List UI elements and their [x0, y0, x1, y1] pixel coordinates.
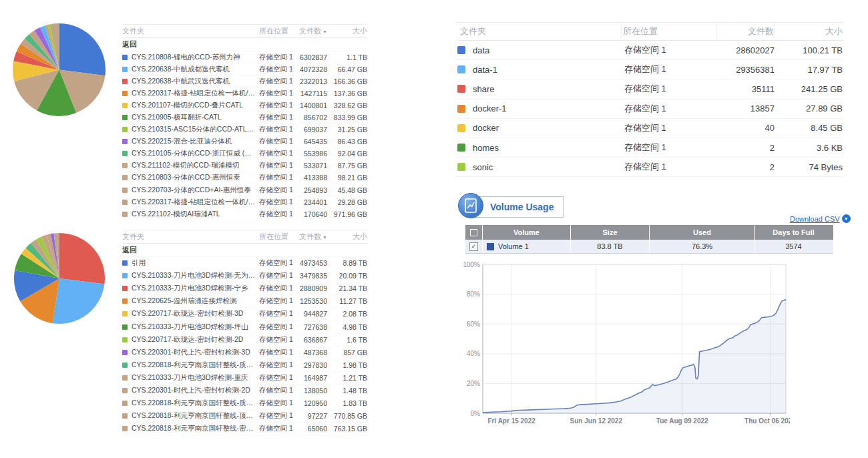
folder-row[interactable]: CYS.220818-利元亨南京国轩整线-顶盖激光焊接-... 存储空间 1 9… [122, 410, 367, 423]
folder-file-count: 1253530 [298, 297, 327, 305]
folder-name: data-1 [471, 65, 623, 75]
folder-row[interactable]: data-1 存储空间 1 29356381 17.97 TB [456, 60, 843, 79]
header-file-count[interactable]: 文件数 [716, 23, 774, 40]
folder-row[interactable]: CYS.220317-格捷-钻咀定位检一体机/定位 存储空间 1 234401 … [122, 196, 367, 208]
y-tick-label: 40% [467, 350, 480, 357]
folder-row[interactable]: CYS.220625-温州瑞浦连接焊检测 存储空间 1 1253530 11.2… [122, 295, 367, 308]
folder-row[interactable]: CYS.211102-模切的CCD-瑞浦模切 存储空间 1 533071 87.… [122, 160, 367, 172]
folder-row[interactable]: sonic 存储空间 1 2 74 Bytes [456, 158, 843, 177]
folder-file-count: 1427115 [298, 89, 327, 97]
folder-row[interactable]: docker 存储空间 1 40 8.45 GB [456, 119, 843, 138]
document-chart-icon [464, 198, 477, 213]
folder-row[interactable]: CYS.210333-刀片电池3D焊检测-坪山 存储空间 1 727638 4.… [122, 320, 367, 333]
folder-row[interactable]: CYS.210333-刀片电池3D焊检测-重庆 存储空间 1 164987 1.… [122, 372, 367, 385]
back-link[interactable]: 返回 [122, 38, 367, 51]
header-used[interactable]: Used [650, 225, 755, 240]
folder-file-count: 254893 [298, 186, 327, 194]
storage-analyzer-report: 文件夹 所在位置 文件数▼ 大小 返回 CYS.210808-锂电的CCD-苏州… [0, 0, 868, 458]
folder-row[interactable]: CYS.220638-中航成都迭代客机 存储空间 1 4072328 66.47… [122, 63, 367, 75]
folder-row[interactable]: CYS.210105-分体的CCD-浙江恒威 (三重) 存储空间 1 55398… [122, 148, 367, 160]
header-file-count[interactable]: 文件数▼ [298, 26, 327, 36]
folder-row[interactable]: docker-1 存储空间 1 13857 27.89 GB [456, 99, 843, 119]
folder-row[interactable]: 引用 存储空间 1 4973453 8.89 TB [122, 257, 367, 270]
folder-row[interactable]: CYS.210315-ASC15分体的CCD-ATL分体机 存储空间 1 699… [122, 124, 367, 136]
volume-row-checkbox[interactable]: ✓ [469, 242, 478, 251]
pie-slice[interactable] [53, 278, 105, 324]
folder-row[interactable]: CYS.220818-利元亨南京国轩整线-密封钉 存储空间 1 65060 76… [122, 423, 367, 435]
header-location[interactable]: 所在位置 [259, 26, 298, 36]
header-folder[interactable]: 文件夹 [456, 23, 621, 40]
folder-color-chip [457, 105, 465, 113]
folder-name: CYS.220703-分体的CCD+AI-惠州恒泰 [132, 186, 259, 195]
folder-row[interactable]: data 存储空间 1 28602027 100.21 TB [456, 41, 843, 60]
header-location[interactable]: 所在位置 [621, 23, 716, 40]
folder-row[interactable]: CYS.220717-欧珑达-密封钉检测-3D 存储空间 1 944827 2.… [122, 308, 367, 320]
header-size[interactable]: 大小 [774, 23, 843, 40]
folder-file-count: 2880909 [298, 284, 327, 292]
folder-row[interactable]: CYS.220301-时代上汽-密封钉检测-3D 存储空间 1 487368 8… [122, 347, 367, 359]
header-location[interactable]: 所在位置 [259, 232, 298, 242]
folder-name: CYS.211102-模切的CCD-瑞浦模切 [132, 161, 259, 170]
folder-row[interactable]: CYS.201107-模切的CCD-叠片CATL 存储空间 1 1400801 … [122, 99, 367, 111]
folder-size: 763.15 GB [327, 425, 367, 433]
folder-size: 45.48 GB [327, 186, 367, 194]
folder-row[interactable]: CYS.220301-时代上汽-密封钉检测-2D 存储空间 1 138050 1… [122, 385, 367, 397]
folder-row[interactable]: CYS.210803-分体的CCD-惠州恒泰 存储空间 1 413388 98.… [122, 172, 367, 184]
folder-row[interactable]: CYS.220717-欧珑达-密封钉检测-2D 存储空间 1 636867 1.… [122, 334, 367, 347]
volume-used: 76.3% [650, 240, 755, 253]
folder-row[interactable]: CYS.220818-利元亨南京国轩整线-质量焊-3D 存储空间 1 29783… [122, 359, 367, 372]
volume-name: Volume 1 [498, 242, 529, 250]
back-link[interactable]: 返回 [122, 244, 367, 257]
top-folders-pie-chart [12, 23, 106, 117]
folder-color-chip [457, 46, 465, 54]
folder-name: CYS.210808-锂电的CCD-苏州力神 [132, 53, 259, 62]
pie-slice[interactable] [59, 23, 105, 75]
folder-row[interactable]: CYS.210808-锂电的CCD-苏州力神 存储空间 1 6302837 1.… [122, 51, 367, 63]
folder-row[interactable]: CYS.210905-极耳翻折-CATL 存储空间 1 856702 833.9… [122, 111, 367, 124]
folder-file-count: 2 [718, 162, 775, 172]
header-size[interactable]: Size [571, 225, 650, 240]
folder-row[interactable]: homes 存储空间 1 2 3.6 KB [456, 138, 843, 158]
header-size[interactable]: 大小 [327, 26, 367, 36]
header-folder[interactable]: 文件夹 [122, 232, 259, 242]
pie-slice[interactable] [59, 233, 105, 284]
download-csv-link[interactable]: Download CSV▼ [790, 214, 851, 223]
folder-location: 存储空间 1 [259, 210, 298, 219]
folder-row[interactable]: CYS.220638-中航武汉迭代客机 存储空间 1 2322013 166.3… [122, 75, 367, 87]
folder-name: CYS.210315-ASC15分体的CCD-ATL分体机 [132, 125, 259, 134]
folder-size: 3.6 KB [775, 143, 843, 153]
folder-name: CYS.220638-中航武汉迭代客机 [132, 77, 259, 86]
folder-row[interactable]: CYS.220818-利元亨南京国轩整线-质量焊-2D 存储空间 1 12095… [122, 397, 367, 410]
folder-file-count: 533071 [298, 162, 327, 170]
folder-color-chip [457, 144, 465, 152]
folder-row[interactable]: CYS.210333-刀片电池3D焊检测-宁乡 存储空间 1 2880909 2… [122, 282, 367, 295]
header-volume[interactable]: Volume [483, 225, 571, 240]
folder-row[interactable]: CYS.220215-混合-比亚迪分体机 存储空间 1 645435 86.43… [122, 136, 367, 148]
folder-name: CYS.210333-刀片电池3D焊检测-无为-2期 [132, 271, 259, 280]
folder-row[interactable]: CYS.221102-模切AI瑞浦ATL 存储空间 1 170640 971.9… [122, 208, 367, 220]
folder-file-count: 6302837 [298, 53, 327, 61]
folder-name: 引用 [132, 258, 259, 268]
table-header-row: 文件夹 所在位置 文件数▼ 大小 [122, 230, 367, 244]
select-all-checkbox[interactable] [470, 229, 477, 236]
folder-size: 1.6 TB [327, 336, 367, 344]
header-file-count[interactable]: 文件数▼ [298, 232, 327, 242]
folder-row[interactable]: CYS.220703-分体的CCD+AI-惠州恒泰 存储空间 1 254893 … [122, 184, 367, 196]
folder-size: 770.85 GB [327, 412, 367, 420]
y-tick-label: 60% [467, 320, 480, 328]
volume-row[interactable]: ✓ Volume 1 83.8 TB 76.3% 3574 [465, 240, 833, 254]
x-tick-label: Fri Apr 15 2022 [487, 417, 535, 425]
folder-row[interactable]: CYS.210333-刀片电池3D焊检测-无为-2期 存储空间 1 347983… [122, 270, 367, 282]
folder-rows: 引用 存储空间 1 4973453 8.89 TB CYS.210333-刀片电… [122, 257, 367, 435]
folder-file-count: 4072328 [298, 65, 327, 73]
header-size[interactable]: 大小 [327, 232, 367, 242]
folder-location: 存储空间 1 [623, 142, 718, 154]
folder-row[interactable]: CYS.220317-格捷-钻咀定位检一体机/缺陷检测 存储空间 1 14271… [122, 87, 367, 99]
header-folder[interactable]: 文件夹 [122, 26, 259, 36]
folder-row[interactable]: share 存储空间 1 35111 241.25 GB [456, 79, 843, 99]
header-days-to-full[interactable]: Days to Full [755, 225, 832, 240]
folder-color-chip [457, 85, 465, 93]
folder-color-chip [122, 127, 128, 132]
folder-size: 92.04 GB [327, 150, 367, 158]
folder-location: 存储空间 1 [259, 173, 298, 182]
